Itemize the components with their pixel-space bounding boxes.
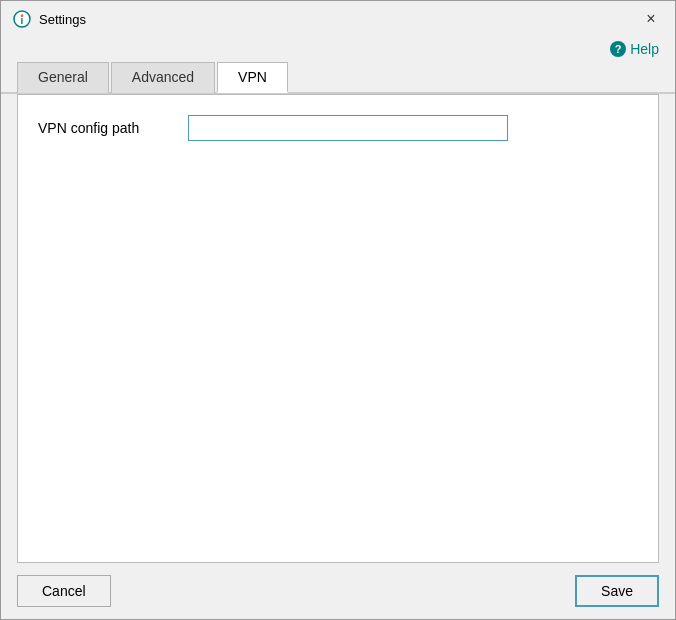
close-button[interactable]: × — [639, 7, 663, 31]
help-area: ? Help — [1, 37, 675, 61]
app-icon: i — [13, 10, 31, 28]
settings-dialog: i Settings × ? Help General Advanced VPN… — [0, 0, 676, 620]
content-area: VPN config path — [17, 94, 659, 563]
help-icon: ? — [610, 41, 626, 57]
vpn-config-path-label: VPN config path — [38, 120, 168, 136]
cancel-button[interactable]: Cancel — [17, 575, 111, 607]
help-link[interactable]: ? Help — [610, 41, 659, 57]
help-label: Help — [630, 41, 659, 57]
vpn-config-path-input[interactable] — [188, 115, 508, 141]
tab-advanced[interactable]: Advanced — [111, 62, 215, 93]
title-bar: i Settings × — [1, 1, 675, 37]
tab-vpn[interactable]: VPN — [217, 62, 288, 93]
tabs-container: General Advanced VPN — [1, 61, 675, 94]
save-button[interactable]: Save — [575, 575, 659, 607]
tab-general[interactable]: General — [17, 62, 109, 93]
window-title: Settings — [39, 12, 86, 27]
title-bar-left: i Settings — [13, 10, 86, 28]
footer: Cancel Save — [1, 563, 675, 619]
svg-point-3 — [21, 14, 23, 16]
vpn-config-row: VPN config path — [38, 115, 638, 141]
